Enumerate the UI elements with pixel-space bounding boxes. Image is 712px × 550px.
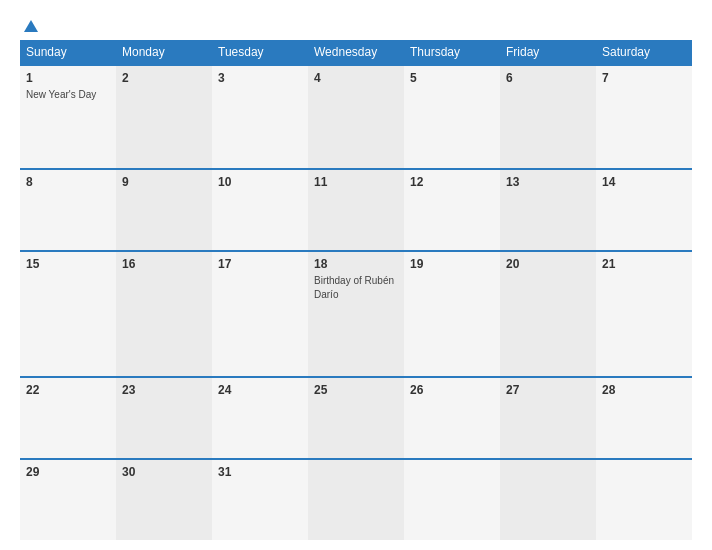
calendar-cell: 11 <box>308 169 404 251</box>
calendar-cell: 12 <box>404 169 500 251</box>
calendar-cell <box>308 459 404 540</box>
day-number: 9 <box>122 175 206 189</box>
holiday-label: New Year's Day <box>26 89 96 100</box>
day-number: 26 <box>410 383 494 397</box>
calendar-cell: 21 <box>596 251 692 377</box>
day-number: 6 <box>506 71 590 85</box>
calendar-cell: 27 <box>500 377 596 459</box>
calendar-header: Sunday Monday Tuesday Wednesday Thursday… <box>20 40 692 65</box>
day-number: 25 <box>314 383 398 397</box>
day-number: 8 <box>26 175 110 189</box>
logo-blue-text <box>20 20 38 32</box>
calendar-cell: 23 <box>116 377 212 459</box>
header <box>20 20 692 32</box>
day-number: 11 <box>314 175 398 189</box>
day-number: 30 <box>122 465 206 479</box>
day-number: 14 <box>602 175 686 189</box>
calendar-cell: 8 <box>20 169 116 251</box>
holiday-label: Birthday of Rubén Darío <box>314 275 394 300</box>
week-row-1: 1New Year's Day234567 <box>20 65 692 169</box>
calendar-table: Sunday Monday Tuesday Wednesday Thursday… <box>20 40 692 540</box>
day-number: 28 <box>602 383 686 397</box>
calendar-cell: 17 <box>212 251 308 377</box>
logo <box>20 20 38 32</box>
calendar-cell: 4 <box>308 65 404 169</box>
col-thursday: Thursday <box>404 40 500 65</box>
logo-triangle-icon <box>24 20 38 32</box>
calendar-cell: 31 <box>212 459 308 540</box>
day-number: 5 <box>410 71 494 85</box>
calendar-cell: 7 <box>596 65 692 169</box>
col-wednesday: Wednesday <box>308 40 404 65</box>
calendar-cell: 29 <box>20 459 116 540</box>
day-number: 19 <box>410 257 494 271</box>
day-number: 2 <box>122 71 206 85</box>
day-number: 24 <box>218 383 302 397</box>
calendar-cell: 28 <box>596 377 692 459</box>
calendar-cell: 9 <box>116 169 212 251</box>
col-friday: Friday <box>500 40 596 65</box>
day-number: 3 <box>218 71 302 85</box>
col-sunday: Sunday <box>20 40 116 65</box>
day-number: 7 <box>602 71 686 85</box>
day-number: 4 <box>314 71 398 85</box>
calendar-cell: 15 <box>20 251 116 377</box>
calendar-cell: 10 <box>212 169 308 251</box>
calendar-body: 1New Year's Day2345678910111213141516171… <box>20 65 692 540</box>
calendar-cell: 18Birthday of Rubén Darío <box>308 251 404 377</box>
calendar-cell: 20 <box>500 251 596 377</box>
day-number: 15 <box>26 257 110 271</box>
calendar-cell: 22 <box>20 377 116 459</box>
calendar-cell <box>500 459 596 540</box>
day-number: 1 <box>26 71 110 85</box>
day-number: 17 <box>218 257 302 271</box>
calendar-cell: 2 <box>116 65 212 169</box>
calendar-cell: 14 <box>596 169 692 251</box>
calendar-cell: 19 <box>404 251 500 377</box>
day-number: 10 <box>218 175 302 189</box>
day-number: 21 <box>602 257 686 271</box>
day-number: 16 <box>122 257 206 271</box>
calendar-cell: 5 <box>404 65 500 169</box>
calendar-cell: 26 <box>404 377 500 459</box>
week-row-5: 293031 <box>20 459 692 540</box>
day-number: 18 <box>314 257 398 271</box>
week-row-3: 15161718Birthday of Rubén Darío192021 <box>20 251 692 377</box>
calendar-cell <box>596 459 692 540</box>
calendar-cell <box>404 459 500 540</box>
calendar-cell: 25 <box>308 377 404 459</box>
calendar-cell: 16 <box>116 251 212 377</box>
col-tuesday: Tuesday <box>212 40 308 65</box>
week-row-2: 891011121314 <box>20 169 692 251</box>
calendar-cell: 6 <box>500 65 596 169</box>
day-number: 22 <box>26 383 110 397</box>
weekday-header-row: Sunday Monday Tuesday Wednesday Thursday… <box>20 40 692 65</box>
calendar-page: Sunday Monday Tuesday Wednesday Thursday… <box>0 0 712 550</box>
day-number: 31 <box>218 465 302 479</box>
day-number: 13 <box>506 175 590 189</box>
day-number: 20 <box>506 257 590 271</box>
col-monday: Monday <box>116 40 212 65</box>
week-row-4: 22232425262728 <box>20 377 692 459</box>
calendar-cell: 1New Year's Day <box>20 65 116 169</box>
calendar-cell: 24 <box>212 377 308 459</box>
calendar-cell: 30 <box>116 459 212 540</box>
calendar-cell: 13 <box>500 169 596 251</box>
calendar-cell: 3 <box>212 65 308 169</box>
day-number: 12 <box>410 175 494 189</box>
day-number: 23 <box>122 383 206 397</box>
day-number: 29 <box>26 465 110 479</box>
day-number: 27 <box>506 383 590 397</box>
col-saturday: Saturday <box>596 40 692 65</box>
